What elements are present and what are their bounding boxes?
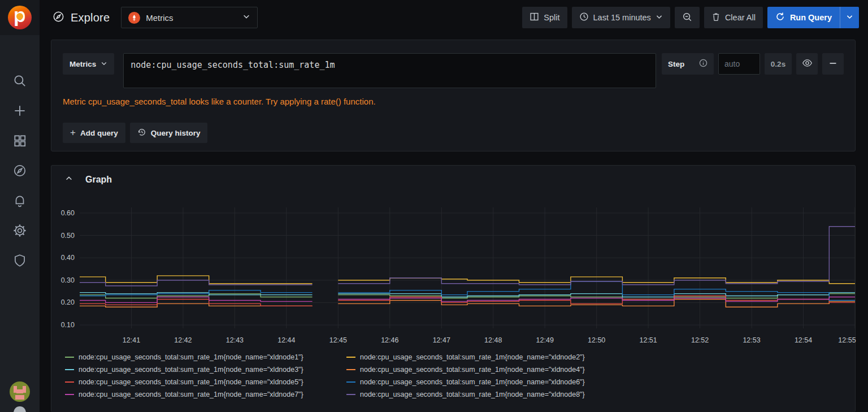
search-icon <box>12 73 27 90</box>
legend-item-xldnode7[interactable]: node:cpu_usage_seconds_total:sum_rate_1m… <box>65 391 346 398</box>
add-query-button[interactable]: + Add query <box>63 123 125 143</box>
explore-page: p <box>0 0 868 412</box>
graph-title: Graph <box>85 175 112 185</box>
sidebar-item-alerting[interactable] <box>0 187 40 216</box>
svg-text:0.30: 0.30 <box>61 276 75 284</box>
legend-series-dash <box>65 381 74 383</box>
svg-text:12:54: 12:54 <box>795 336 812 344</box>
interval-badge: 0.2s <box>765 53 792 75</box>
datasource-picker[interactable]: Metrics <box>121 7 258 28</box>
svg-text:12:44: 12:44 <box>277 336 295 344</box>
svg-text:12:55: 12:55 <box>838 336 856 344</box>
sidebar: p <box>0 0 40 412</box>
chevron-up-icon <box>65 175 73 185</box>
pmm-logo-icon: p <box>8 6 32 29</box>
legend-series-dash <box>346 357 355 358</box>
prometheus-icon <box>128 12 140 24</box>
svg-text:0.50: 0.50 <box>61 232 75 240</box>
svg-text:12:43: 12:43 <box>226 336 244 344</box>
split-button[interactable]: Split <box>522 7 567 28</box>
zoom-out-button[interactable] <box>675 7 700 28</box>
gear-icon <box>12 223 27 240</box>
svg-text:0.60: 0.60 <box>61 209 75 217</box>
legend-series-label: node:cpu_usage_seconds_total:sum_rate_1m… <box>360 366 585 374</box>
history-icon <box>137 128 146 138</box>
svg-text:12:41: 12:41 <box>123 336 140 344</box>
explore-compass-icon <box>52 10 65 25</box>
svg-text:12:51: 12:51 <box>639 336 657 344</box>
legend-series-dash <box>346 369 355 370</box>
legend-item-xldnode5[interactable]: node:cpu_usage_seconds_total:sum_rate_1m… <box>65 378 346 386</box>
sidebar-item-dashboards[interactable] <box>0 127 40 157</box>
page-title: Explore <box>52 10 110 25</box>
legend-item-xldnode4[interactable]: node:cpu_usage_seconds_total:sum_rate_1m… <box>346 366 585 374</box>
sidebar-item-configuration[interactable] <box>0 216 40 246</box>
user-avatar[interactable] <box>10 381 30 402</box>
svg-text:12:47: 12:47 <box>433 336 450 344</box>
svg-text:12:46: 12:46 <box>381 336 398 344</box>
legend-series-label: node:cpu_usage_seconds_total:sum_rate_1m… <box>79 391 303 398</box>
svg-text:12:45: 12:45 <box>329 336 347 344</box>
help-icon[interactable] <box>14 406 26 412</box>
info-icon[interactable] <box>699 59 708 69</box>
zoom-out-icon <box>682 12 692 24</box>
counter-warning-text: Metric cpu_usage_seconds_total looks lik… <box>63 97 376 106</box>
sidebar-item-search[interactable] <box>0 67 40 97</box>
svg-text:12:48: 12:48 <box>484 336 502 344</box>
legend-series-dash <box>346 394 355 395</box>
graph-canvas[interactable]: 0.100.200.300.400.500.6012:4112:4212:431… <box>56 203 857 348</box>
query-input[interactable] <box>123 53 656 88</box>
plus-icon <box>12 103 27 120</box>
legend-item-xldnode2[interactable]: node:cpu_usage_seconds_total:sum_rate_1m… <box>346 353 585 361</box>
sidebar-item-explore[interactable] <box>0 157 40 187</box>
shield-icon <box>12 253 27 270</box>
trash-icon <box>711 12 721 23</box>
query-type-selector[interactable]: Metrics <box>63 53 114 75</box>
graph-collapse-header[interactable]: Graph <box>65 175 112 185</box>
legend-series-label: node:cpu_usage_seconds_total:sum_rate_1m… <box>79 353 303 361</box>
bell-icon <box>12 193 27 210</box>
minus-icon <box>828 59 837 70</box>
chevron-down-icon <box>846 12 853 23</box>
refresh-icon <box>775 12 785 23</box>
run-query-dropdown[interactable] <box>840 7 859 28</box>
legend-item-xldnode8[interactable]: node:cpu_usage_seconds_total:sum_rate_1m… <box>346 391 585 398</box>
legend-series-dash <box>346 381 355 383</box>
run-query-button[interactable]: Run Query <box>767 7 859 28</box>
time-range-picker[interactable]: Last 15 minutes <box>572 7 670 28</box>
legend-series-label: node:cpu_usage_seconds_total:sum_rate_1m… <box>360 378 585 386</box>
step-input[interactable] <box>718 53 760 75</box>
sidebar-item-server-admin[interactable] <box>0 246 40 276</box>
svg-text:12:42: 12:42 <box>174 336 192 344</box>
svg-text:0.20: 0.20 <box>61 298 75 306</box>
chevron-down-icon <box>242 12 250 23</box>
legend-item-xldnode3[interactable]: node:cpu_usage_seconds_total:sum_rate_1m… <box>65 366 346 374</box>
legend-series-dash <box>65 357 74 358</box>
sidebar-item-add[interactable] <box>0 97 40 127</box>
clear-all-button[interactable]: Clear All <box>704 7 763 28</box>
graph-panel: Graph 0.100.200.300.400.500.6012:4112:42… <box>51 165 856 412</box>
svg-text:12:53: 12:53 <box>743 336 760 344</box>
compass-icon <box>12 163 27 180</box>
svg-text:0.40: 0.40 <box>61 254 75 262</box>
legend-series-label: node:cpu_usage_seconds_total:sum_rate_1m… <box>79 366 303 374</box>
datasource-selected: Metrics <box>146 13 242 23</box>
svg-text:12:50: 12:50 <box>588 336 605 344</box>
graph-legend: node:cpu_usage_seconds_total:sum_rate_1m… <box>65 353 585 398</box>
svg-text:12:52: 12:52 <box>691 336 709 344</box>
pmm-logo[interactable]: p <box>0 0 40 35</box>
svg-text:12:49: 12:49 <box>536 336 554 344</box>
step-label: Step <box>662 53 714 75</box>
legend-item-xldnode1[interactable]: node:cpu_usage_seconds_total:sum_rate_1m… <box>65 353 346 361</box>
eye-icon <box>802 58 813 70</box>
remove-query-button[interactable] <box>822 53 844 75</box>
plus-icon: + <box>70 127 76 138</box>
dashboards-grid-icon <box>12 133 27 150</box>
svg-text:0.10: 0.10 <box>61 321 75 329</box>
clock-icon <box>579 12 589 23</box>
query-editor-panel: Metrics Step 0.2s Metric cpu_usage_secon <box>51 40 856 151</box>
query-history-button[interactable]: Query history <box>130 123 208 143</box>
legend-item-xldnode6[interactable]: node:cpu_usage_seconds_total:sum_rate_1m… <box>346 378 585 386</box>
toggle-visibility-button[interactable] <box>796 53 818 75</box>
legend-series-label: node:cpu_usage_seconds_total:sum_rate_1m… <box>360 353 585 361</box>
